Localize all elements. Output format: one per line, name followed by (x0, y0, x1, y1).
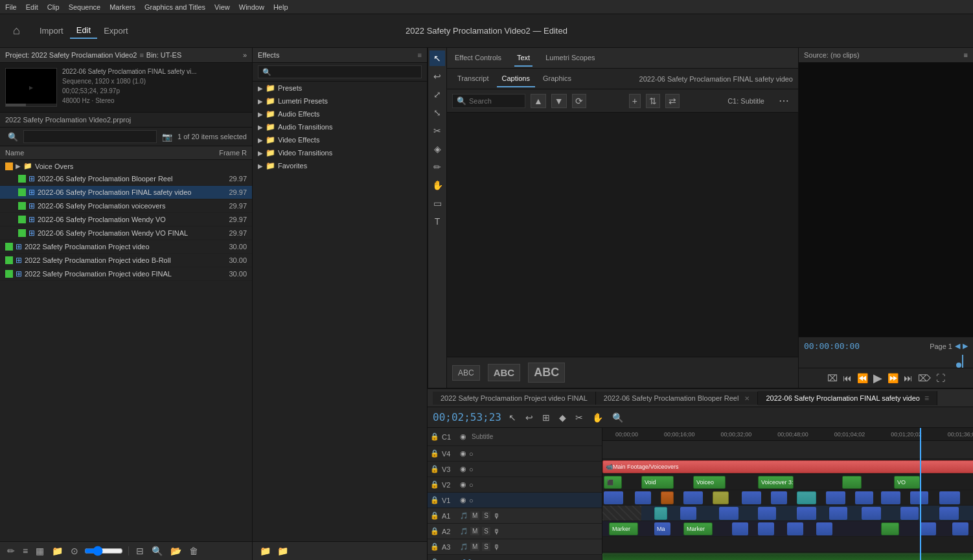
caption-merge-button[interactable]: ⇄ (665, 94, 680, 108)
mark-in-icon[interactable]: ⌧ (827, 373, 838, 383)
caption-style-large-button[interactable]: ABC (528, 363, 565, 383)
clip-marker-1[interactable]: Marker (609, 522, 638, 535)
rate-stretch-button[interactable]: ⤡ (429, 105, 445, 120)
track-eye-icon[interactable]: ◉ (460, 496, 466, 504)
timeline-zoom-button[interactable]: 🔍 (610, 411, 625, 424)
timeline-slip-tool[interactable]: ⊞ (540, 411, 552, 424)
clip-v2-3[interactable] (683, 491, 703, 504)
timeline-tab-2[interactable]: 2022-06 Safety Proclamation FINAL safety… (758, 391, 937, 405)
step-back-button[interactable]: ⏪ (857, 373, 868, 383)
project-search-input[interactable] (23, 130, 157, 143)
list-item[interactable]: ⊞ 2022-06 Safety Proclamation voiceovers… (0, 199, 252, 213)
clip-v1-9[interactable] (939, 507, 959, 520)
clip-v1-5[interactable] (797, 507, 816, 520)
effects-group-presets[interactable]: ▶ 📁 Presets (253, 82, 427, 95)
tab-text[interactable]: Text (514, 50, 532, 67)
track-audio-icon[interactable]: 🎵 (460, 543, 468, 550)
menu-edit[interactable]: Edit (26, 3, 38, 11)
track-solo-icon[interactable]: ○ (469, 465, 474, 473)
clip-v1-8[interactable] (900, 507, 919, 520)
track-solo-icon[interactable]: ○ (469, 481, 474, 489)
clip-a1-4[interactable] (816, 522, 832, 535)
menu-sequence[interactable]: Sequence (69, 3, 101, 11)
clip-v1-6[interactable] (829, 507, 847, 520)
clip-v2-2[interactable] (635, 491, 651, 504)
page-prev-icon[interactable]: ◀ (955, 342, 960, 350)
mix-expand-icon[interactable]: ▶ (593, 558, 599, 561)
tab-transcript[interactable]: Transcript (452, 71, 494, 87)
track-lock-icon[interactable]: 🔒 (430, 496, 439, 504)
tab-menu-icon[interactable]: ≡ (924, 394, 929, 403)
new-bin-icon[interactable]: 📁 (50, 544, 65, 557)
tab-graphics[interactable]: Graphics (538, 71, 577, 87)
home-button[interactable]: ⌂ (13, 24, 20, 38)
track-eye-icon[interactable]: ◉ (460, 465, 466, 473)
track-mute-button[interactable]: M (470, 543, 479, 551)
tab-captions[interactable]: Captions (497, 71, 535, 87)
panel-expand-icon[interactable]: » (243, 51, 247, 59)
track-lock-icon[interactable]: 🔒 (430, 480, 439, 489)
menu-view[interactable]: View (214, 3, 230, 11)
track-solo-icon[interactable]: ○ (469, 450, 474, 458)
clip-a1-2[interactable] (758, 522, 774, 535)
clip-v2-8[interactable] (881, 491, 900, 504)
track-mute-button[interactable]: M (470, 527, 479, 535)
clip-v1-7[interactable] (862, 507, 881, 520)
list-item[interactable]: ⊞ 2022-06 Safety Proclamation FINAL safe… (0, 186, 252, 199)
folder-expand-icon[interactable]: ▶ (16, 162, 21, 170)
clip-ma-1[interactable]: Ma (654, 522, 670, 535)
fullscreen-icon[interactable]: ⛶ (936, 373, 945, 383)
clip-v1-4[interactable] (758, 507, 776, 520)
clip-v2-4[interactable] (742, 491, 761, 504)
play-button[interactable]: ▶ (873, 371, 882, 385)
list-item[interactable]: ⊞ 2022-06 Safety Proclamation Wendy VO 2… (0, 213, 252, 227)
folder-icon[interactable]: 📂 (168, 544, 183, 557)
slip-button[interactable]: ◈ (429, 141, 445, 157)
clip-v3-6[interactable]: VO (894, 476, 920, 489)
clip-v2-1[interactable] (604, 491, 623, 504)
razor-button[interactable]: ✂ (429, 123, 445, 139)
clip-v2-teal[interactable] (797, 491, 816, 504)
zoom-slider[interactable] (84, 546, 123, 556)
sort-icon[interactable]: ⊟ (134, 544, 146, 557)
caption-add-button[interactable]: + (629, 94, 641, 108)
type-tool-button[interactable]: T (429, 214, 445, 229)
clip-v2-orange[interactable] (661, 491, 674, 504)
source-menu-icon[interactable]: ≡ (964, 51, 968, 59)
caption-search-input[interactable] (469, 97, 521, 105)
clip-v2-9[interactable] (910, 491, 928, 504)
list-item[interactable]: ⊞ 2022 Safety Proclamation Project video… (0, 254, 252, 267)
list-item[interactable]: ⊞ 2022-06 Safety Proclamation Blooper Re… (0, 172, 252, 186)
menu-window[interactable]: Window (239, 3, 264, 11)
clip-a1-3[interactable] (787, 522, 803, 535)
list-view-icon[interactable]: ≡ (21, 544, 30, 557)
go-to-in-button[interactable]: ⏮ (843, 373, 852, 383)
caption-style-small-button[interactable]: ABC (452, 365, 480, 381)
selection-tool-button[interactable]: ↖ (429, 50, 445, 66)
clip-a1-5[interactable] (881, 522, 899, 535)
clip-a1-1[interactable] (732, 522, 748, 535)
record-icon[interactable]: ⊙ (69, 544, 80, 557)
pencil-icon[interactable]: ✏ (5, 544, 17, 557)
track-lock-icon[interactable]: 🔒 (430, 511, 439, 520)
track-solo-button[interactable]: S (482, 527, 490, 535)
effects-group-audio-transitions[interactable]: ▶ 📁 Audio Transitions (253, 120, 427, 133)
new-custom-effects-icon[interactable]: 📁 (275, 544, 290, 557)
track-lock-icon[interactable]: 🔒 (430, 543, 439, 551)
clip-main-footage[interactable]: 📹 Main Footage/Voiceovers (602, 460, 973, 473)
track-eye-icon[interactable]: ◉ (460, 480, 466, 489)
tab-effect-controls[interactable]: Effect Controls (452, 50, 504, 67)
track-solo-button[interactable]: S (482, 511, 490, 520)
tab-lumetri-scopes[interactable]: Lumetri Scopes (543, 50, 597, 67)
close-tab-icon[interactable]: ✕ (744, 395, 750, 402)
clip-v1-2[interactable] (680, 507, 696, 520)
track-lock-icon[interactable]: 🔒 (430, 527, 439, 535)
clip-v2-5[interactable] (771, 491, 787, 504)
effects-group-lumetri[interactable]: ▶ 📁 Lumetri Presets (253, 95, 427, 107)
clip-v2-10[interactable] (939, 491, 960, 504)
timeline-selector-tool[interactable]: ↖ (507, 411, 518, 424)
caption-split-button[interactable]: ⇅ (646, 94, 660, 108)
step-forward-button[interactable]: ⏩ (887, 373, 899, 383)
track-solo-icon[interactable]: ○ (469, 497, 474, 504)
clip-v2-yellow[interactable] (713, 491, 729, 504)
